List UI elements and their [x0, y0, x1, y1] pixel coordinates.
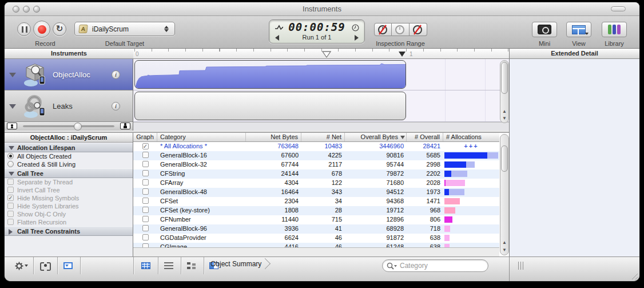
graph-checkbox[interactable] [142, 198, 149, 204]
checkbox-option[interactable]: Separate by Thread [5, 178, 133, 186]
loop-button[interactable]: ↻ [53, 22, 66, 36]
mini-button[interactable] [532, 22, 557, 37]
graph-checkbox[interactable]: ✓ [142, 143, 149, 149]
graph-checkbox[interactable] [142, 207, 149, 213]
action-gear-button[interactable] [13, 259, 30, 273]
graph-checkbox[interactable] [142, 161, 149, 167]
table-row[interactable]: GeneralBlock-9639364168928718 [133, 224, 499, 234]
graph-checkbox[interactable] [142, 170, 149, 176]
library-button[interactable] [602, 22, 627, 37]
leaks-graph-region[interactable] [134, 92, 406, 120]
disclosure-open-icon[interactable] [9, 146, 14, 150]
disclosure-open-icon[interactable] [9, 172, 14, 176]
next-run-button[interactable] [355, 35, 359, 41]
view-mode-table-button[interactable] [137, 259, 154, 273]
radio-option[interactable]: Created & Still Living [5, 160, 133, 168]
table-row[interactable]: CFNumber1144071512896806 [133, 215, 499, 224]
checkbox-icon[interactable] [7, 219, 14, 225]
column-header-net-bytes[interactable]: Net Bytes [246, 133, 301, 141]
pause-button[interactable] [17, 22, 31, 36]
sidebar-section-header[interactable]: Call Tree Constraints [5, 226, 133, 236]
graph-checkbox[interactable] [142, 234, 149, 240]
checkbox-option[interactable]: ✓Hide Missing Symbols [5, 194, 133, 202]
clock-icon[interactable] [352, 24, 359, 31]
timeline-ruler[interactable]: 0 1 [133, 49, 509, 59]
sidebar-section-header[interactable]: Call Tree [5, 168, 133, 178]
checkbox-icon[interactable] [7, 187, 14, 193]
search-icon[interactable] [387, 262, 397, 270]
expand-columns-control[interactable]: +++ [446, 142, 496, 151]
table-row[interactable]: CFSet (key-store)18082819712968 [133, 206, 499, 215]
sidebar-section-header[interactable]: Allocation Lifespan [5, 143, 133, 152]
checkbox-icon[interactable] [7, 211, 14, 217]
view-mode-diagram-button[interactable] [183, 259, 200, 273]
zoom-in-icon[interactable] [120, 123, 130, 129]
table-scrollbar[interactable]: ▲ ▼ [500, 134, 509, 255]
scroll-up-arrow[interactable]: ▲ [500, 108, 508, 115]
disclosure-triangle-icon[interactable] [9, 104, 16, 109]
table-row[interactable]: GeneralBlock-16676004225908165685 [133, 151, 499, 160]
column-header-overall-bytes[interactable]: Overall Bytes [345, 133, 407, 141]
playhead-hollow-marker[interactable] [322, 51, 331, 58]
scroll-up-arrow[interactable]: ▲ [500, 239, 508, 246]
timeline-lane-leaks[interactable] [133, 90, 509, 122]
playhead-solid-marker[interactable] [399, 52, 406, 57]
view-mode-outline-button[interactable] [160, 259, 177, 273]
zoom-slider-thumb[interactable] [74, 123, 82, 131]
checkbox-option[interactable]: Hide System Libraries [5, 202, 133, 210]
inspection-range-end-button[interactable] [410, 23, 427, 36]
checkbox-option[interactable]: Invert Call Tree [5, 186, 133, 194]
breadcrumb[interactable]: Object Summary [210, 260, 261, 268]
graph-checkbox[interactable] [142, 179, 149, 186]
info-button[interactable]: i [112, 102, 120, 111]
scrollbar-thumb[interactable] [501, 62, 508, 94]
scroll-down-arrow[interactable]: ▼ [500, 115, 508, 121]
radio-icon[interactable] [7, 153, 14, 159]
search-input[interactable] [400, 261, 483, 270]
table-row[interactable]: ✓* All Allocations *76364810483344696028… [133, 142, 499, 151]
radio-option[interactable]: All Objects Created [5, 152, 133, 160]
table-row[interactable]: CGDataProvider66244691872638 [133, 234, 499, 243]
objectalloc-graph-region[interactable] [134, 60, 406, 89]
table-row[interactable]: CGImage44164661248638 [133, 243, 499, 247]
scroll-down-arrow[interactable]: ▼ [500, 247, 508, 253]
table-row[interactable]: GeneralBlock-4816464343945121973 [133, 188, 499, 197]
zoom-out-icon[interactable] [7, 123, 17, 129]
checkbox-option[interactable]: Flatten Recursion [5, 218, 133, 226]
checkbox-option[interactable]: Show Obj-C Only [5, 210, 133, 218]
window-resize-grip[interactable] [630, 272, 638, 279]
table-row[interactable]: GeneralBlock-32677442117957442998 [133, 160, 499, 169]
target-dropdown[interactable]: A iDailyScrum [74, 22, 175, 36]
checkbox-icon[interactable]: ✓ [7, 195, 14, 201]
timeline-scrollbar[interactable]: ▲ ▼ [500, 60, 509, 123]
detail-deck-button[interactable] [59, 259, 77, 273]
zoom-slider[interactable] [23, 125, 114, 127]
table-row[interactable]: CFString24144678798722202 [133, 169, 499, 179]
scrollbar-thumb[interactable] [501, 145, 508, 172]
info-button[interactable]: i [112, 70, 120, 79]
track-row-objectalloc[interactable]: ObjectAlloc i [5, 59, 133, 90]
column-header-graph[interactable]: Graph [133, 133, 157, 141]
checkbox-icon[interactable] [7, 203, 14, 209]
column-header-overall-count[interactable]: # Overall [407, 133, 443, 141]
graph-checkbox[interactable] [142, 216, 149, 222]
column-header-net-count[interactable]: # Net [301, 133, 345, 141]
record-button[interactable] [33, 21, 50, 38]
column-header-allocations[interactable]: # Allocations [443, 133, 499, 141]
table-row[interactable]: CFSet230434943681471 [133, 197, 499, 206]
disclosure-triangle-icon[interactable] [9, 73, 16, 77]
inspection-range-start-button[interactable] [374, 23, 392, 36]
graph-checkbox[interactable] [142, 188, 149, 195]
title-bar[interactable]: Instruments [5, 2, 639, 16]
graph-checkbox[interactable] [142, 225, 149, 231]
graph-checkbox[interactable] [142, 243, 149, 247]
timeline-lane-objectalloc[interactable] [133, 59, 509, 90]
toolbar-toggle-button[interactable] [611, 6, 626, 11]
graph-checkbox[interactable] [142, 152, 149, 158]
checkbox-icon[interactable] [7, 179, 14, 185]
table-row[interactable]: CFArray4304122716802028 [133, 179, 499, 188]
focus-selection-button[interactable] [37, 259, 54, 273]
inspection-range-middle-button[interactable] [392, 23, 410, 36]
disclosure-closed-icon[interactable] [9, 229, 13, 235]
view-button[interactable] [566, 22, 591, 37]
